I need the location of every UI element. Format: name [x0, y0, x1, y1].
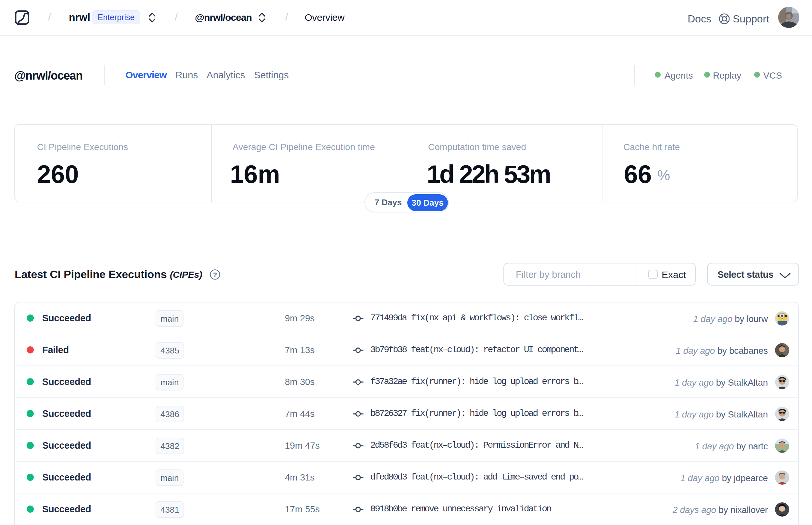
svg-text:?: ? [213, 271, 217, 279]
